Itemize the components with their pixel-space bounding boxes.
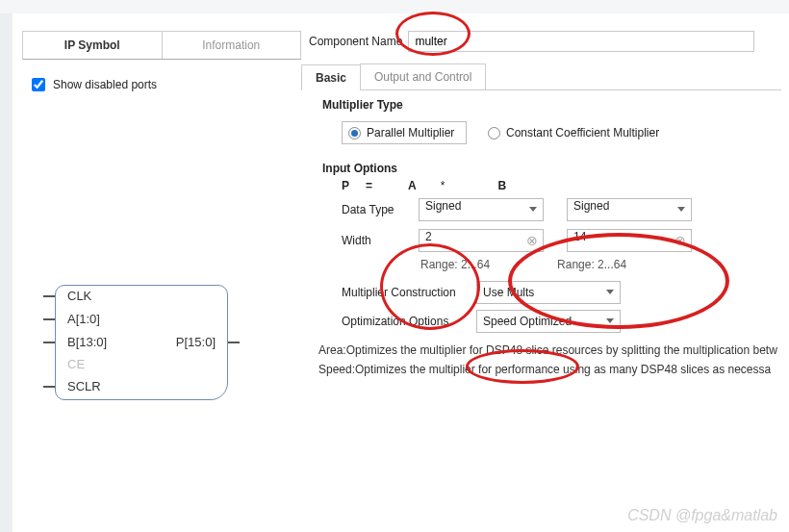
show-disabled-ports-input[interactable] (32, 78, 45, 91)
multiplier-construction-select[interactable]: Use Mults (476, 281, 621, 304)
data-type-label: Data Type (342, 203, 419, 216)
ip-symbol-diagram: CLK A[1:0] B[13:0] CE SCLR P[15:0] (13, 94, 301, 532)
multiplier-type-heading: Multiplier Type (322, 98, 789, 112)
a-data-type-select[interactable]: Signed (419, 198, 544, 221)
tab-basic[interactable]: Basic (301, 64, 361, 90)
optimization-options-label: Optimization Options (342, 315, 476, 328)
tab-information[interactable]: Information (163, 32, 301, 59)
left-tabs: IP Symbol Information (22, 31, 301, 60)
component-name-input[interactable] (408, 31, 754, 52)
port-ce: CE (67, 357, 85, 371)
show-disabled-ports-checkbox[interactable]: Show disabled ports (28, 75, 301, 94)
radio-parallel-multiplier[interactable]: Parallel Multiplier (342, 121, 467, 144)
chevron-down-icon (529, 207, 537, 212)
multiplier-construction-label: Multiplier Construction (342, 286, 476, 299)
optimization-options-select[interactable]: Speed Optimized (476, 310, 621, 333)
clear-icon[interactable]: ⊗ (674, 234, 687, 247)
b-width-range: Range: 2...64 (557, 258, 626, 271)
tab-ip-symbol[interactable]: IP Symbol (23, 32, 163, 59)
a-width-range: Range: 2...64 (420, 258, 490, 271)
port-a: A[1:0] (67, 312, 100, 326)
input-options-heading: Input Options (322, 162, 789, 175)
b-width-input[interactable]: 14⊗ (567, 229, 692, 252)
chevron-down-icon (606, 318, 614, 323)
port-sclr: SCLR (67, 379, 101, 393)
component-name-label: Component Name (309, 35, 402, 48)
b-data-type-select[interactable]: Signed (567, 198, 692, 221)
clear-icon[interactable]: ⊗ (525, 234, 539, 247)
a-width-input[interactable]: 2⊗ (419, 229, 544, 252)
port-b: B[13:0] (67, 335, 107, 349)
equation-row: P = A * B (342, 179, 789, 192)
show-disabled-ports-label: Show disabled ports (53, 78, 157, 91)
port-clk: CLK (67, 289, 91, 303)
config-tabs: Basic Output and Control (301, 63, 781, 90)
radio-constant-coefficient[interactable]: Constant Coefficient Multiplier (488, 126, 659, 139)
width-label: Width (342, 234, 419, 247)
note-speed: Speed:Optimizes the multiplier for perfo… (318, 360, 789, 379)
note-area: Area:Optimizes the multiplier for DSP48 … (318, 341, 789, 360)
watermark: CSDN @fpga&matlab (627, 507, 777, 524)
chevron-down-icon (677, 207, 685, 212)
port-p: P[15:0] (176, 335, 216, 349)
ip-block: CLK A[1:0] B[13:0] CE SCLR P[15:0] (55, 285, 228, 400)
chevron-down-icon (606, 290, 614, 294)
tab-output-and-control[interactable]: Output and Control (360, 63, 486, 89)
